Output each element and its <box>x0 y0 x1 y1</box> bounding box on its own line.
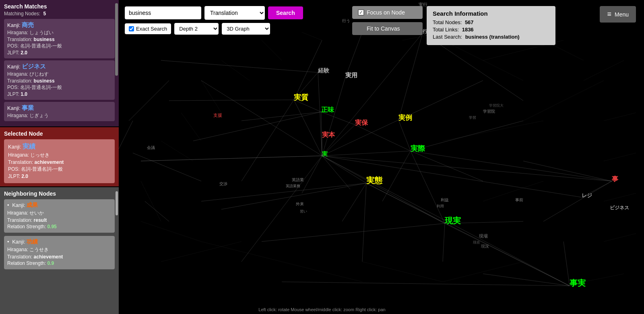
search-info-title: Search Information <box>433 10 549 17</box>
neighboring-nodes-title: Neighboring Nodes <box>4 190 115 197</box>
toolbar-row-1: Translation Hiragana Kanji Romaji Search <box>125 6 303 20</box>
depth-select[interactable]: Depth 1 Depth 2 Depth 3 Depth 4 <box>174 23 219 35</box>
neighbor-card-1[interactable]: • Kanji: 成果 Hiragana: せいか Translation: r… <box>4 199 115 233</box>
match-3-kanji: 事業 <box>22 104 34 111</box>
search-matches-panel: Search Matches Matching Nodes: 5 Kanji: … <box>0 0 119 126</box>
neighbor-scrollbar[interactable] <box>116 191 118 215</box>
total-nodes-info: Total Nodes: 567 <box>433 19 549 25</box>
search-button[interactable]: Search <box>268 6 303 19</box>
search-matches-scrollbar[interactable] <box>115 3 118 76</box>
sidebar: Search Matches Matching Nodes: 5 Kanji: … <box>0 0 119 314</box>
last-search-info: Last Search: business (translation) <box>433 34 549 40</box>
neighbor-1-kanji: 成果 <box>27 202 38 208</box>
fit-to-canvas-button[interactable]: Fit to Canvas <box>352 22 423 35</box>
matching-nodes-count: Matching Nodes: 5 <box>4 11 115 17</box>
match-card-1[interactable]: Kanji: 商売 Hiragana: しょうばい Translation: b… <box>4 19 115 58</box>
neighboring-nodes-panel: Neighboring Nodes • Kanji: 成果 Hiragana: … <box>0 187 119 314</box>
neighbor-2-kanji: 功績 <box>27 238 38 245</box>
total-links-info: Total Links: 1836 <box>433 27 549 33</box>
selected-node-card: Kanji: 実績 Hiragana: じっせき Translation: ac… <box>4 139 115 183</box>
search-matches-title: Search Matches <box>4 3 115 10</box>
translation-select[interactable]: Translation Hiragana Kanji Romaji <box>204 6 265 20</box>
search-info-panel: Search Information Total Nodes: 567 Tota… <box>427 6 555 45</box>
exact-search-checkbox[interactable]: Exact Search <box>125 23 171 34</box>
status-bar: Left click: rotate Mouse wheel/middle cl… <box>258 307 385 312</box>
menu-label: Menu <box>615 11 629 18</box>
toolbar: Translation Hiragana Kanji Romaji Search… <box>125 6 303 35</box>
menu-button[interactable]: ≡ Menu <box>600 6 636 23</box>
graph-type-select[interactable]: 3D Graph 2D Graph <box>222 23 270 35</box>
match-card-3[interactable]: Kanji: 事業 Hiragana: じぎょう <box>4 102 115 121</box>
match-2-kanji: ビジネス <box>22 63 46 70</box>
focus-on-node-button[interactable]: ✓ Focus on Node <box>352 6 423 19</box>
match-1-kanji: 商売 <box>22 21 34 28</box>
focus-panel: ✓ Focus on Node Fit to Canvas <box>352 6 423 35</box>
focus-checkbox-icon: ✓ <box>358 9 364 16</box>
selected-node-title: Selected Node <box>4 130 115 137</box>
match-card-2[interactable]: Kanji: ビジネス Hiragana: びじねす Translation: … <box>4 60 115 100</box>
selected-kanji: 実績 <box>23 143 35 150</box>
search-input[interactable] <box>125 6 201 19</box>
selected-node-panel: Selected Node Kanji: 実績 Hiragana: じっせき T… <box>0 127 119 186</box>
toolbar-row-2: Exact Search Depth 1 Depth 2 Depth 3 Dep… <box>125 23 303 35</box>
menu-icon: ≡ <box>607 10 611 19</box>
neighbor-card-2[interactable]: • Kanji: 功績 Hiragana: こうせき Translation: … <box>4 236 115 269</box>
